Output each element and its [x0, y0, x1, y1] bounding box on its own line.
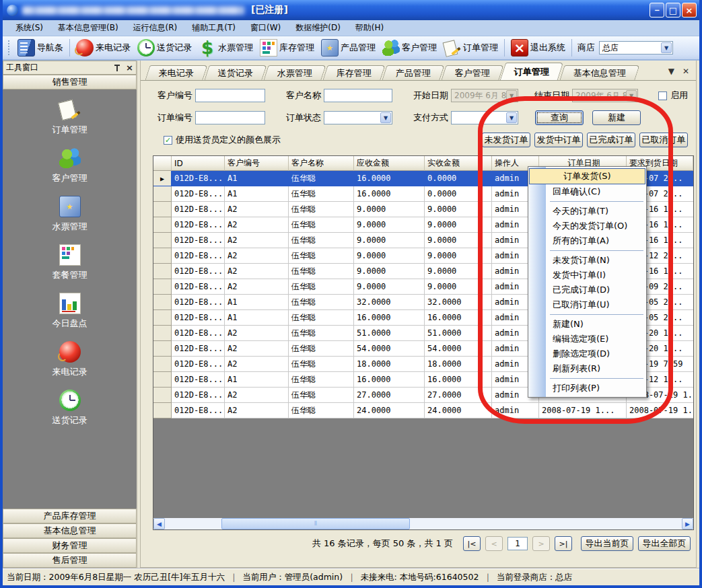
context-menu-item[interactable]: 订单发货(S) [529, 168, 645, 184]
query-button[interactable]: 查询 [535, 110, 584, 125]
customer-no-input[interactable] [195, 89, 265, 102]
menubar-item[interactable]: 数据维护(D) [288, 20, 348, 36]
order-status-filter-button[interactable]: 已取消订单 [639, 133, 688, 147]
context-menu-item[interactable]: 新建(N) [528, 317, 646, 332]
context-menu-item[interactable]: 已取消订单(U) [528, 297, 646, 312]
context-menu-item[interactable]: 未发货订单(N) [528, 253, 646, 268]
toolbar-button[interactable]: 产品管理 [318, 38, 379, 58]
row-selector[interactable] [153, 202, 172, 217]
menubar-item[interactable]: 辅助工具(T) [184, 20, 243, 36]
tab[interactable]: 客户管理 [441, 65, 503, 80]
order-status-filter-button[interactable]: 发货中订单 [534, 133, 583, 147]
row-selector[interactable] [153, 295, 172, 310]
sidebar-item[interactable]: 水票管理 [52, 196, 87, 233]
context-menu-item[interactable]: 所有的订单(A) [528, 233, 646, 248]
toolbar-button[interactable]: 订单管理 [440, 38, 501, 58]
tab-scroll-down-icon[interactable]: ▼ [668, 67, 674, 76]
menubar-item[interactable]: 运行信息(R) [126, 20, 185, 36]
menubar-item[interactable]: 窗口(W) [243, 20, 288, 36]
row-selector[interactable] [153, 217, 172, 233]
sidebar-item[interactable]: 客户管理 [52, 147, 87, 184]
page-number-input[interactable]: 1 [507, 537, 528, 550]
row-selector[interactable] [153, 403, 172, 418]
toolbar-button-exit[interactable]: 退出系统 [507, 38, 569, 58]
toolbar-button[interactable]: 送货记录 [134, 38, 195, 58]
toolbar-button[interactable]: 水票管理 [195, 38, 256, 58]
row-selector[interactable] [153, 248, 172, 264]
tab[interactable]: 库存管理 [322, 65, 385, 80]
row-selector[interactable] [153, 357, 172, 372]
context-menu-item[interactable]: 编辑选定项(E) [528, 332, 646, 346]
horizontal-scrollbar[interactable]: ◀ ▶ [153, 518, 693, 529]
sidebar-section-sales[interactable]: 销售管理 [3, 75, 137, 89]
next-page-button[interactable]: > [532, 536, 550, 551]
export-current-page-button[interactable]: 导出当前页 [581, 536, 633, 551]
new-button[interactable]: 新建 [592, 110, 641, 125]
tab[interactable]: 产品管理 [382, 65, 444, 80]
context-menu-item[interactable]: 今天的发货订单(O) [528, 219, 646, 233]
row-selector[interactable] [153, 233, 172, 248]
tab[interactable]: 基本信息管理 [559, 65, 639, 80]
column-header[interactable]: 客户名称 [289, 156, 354, 171]
row-selector[interactable] [153, 279, 172, 295]
toolbar-grip[interactable] [7, 40, 12, 56]
context-menu-item[interactable]: 刷新列表(R) [528, 361, 646, 376]
close-icon[interactable]: × [126, 63, 133, 72]
toolbar-button[interactable]: 来电记录 [73, 38, 134, 58]
order-status-filter-button[interactable]: 已完成订单 [587, 133, 635, 147]
context-menu-item[interactable]: 今天的订单(T) [528, 204, 646, 219]
prev-page-button[interactable]: < [485, 536, 503, 551]
sidebar-section[interactable]: 财务管理 [3, 538, 137, 553]
row-selector[interactable] [153, 388, 172, 403]
sidebar-item[interactable]: 来电记录 [52, 341, 87, 378]
column-header[interactable]: ID [172, 156, 225, 171]
chevron-down-icon[interactable]: ▼ [626, 90, 637, 101]
toolbar-button[interactable]: 客户管理 [379, 38, 440, 58]
row-selector[interactable] [153, 372, 172, 388]
close-button[interactable]: × [682, 3, 697, 17]
column-header[interactable]: 实收金额 [425, 156, 492, 171]
row-selector[interactable] [153, 264, 172, 279]
table-row[interactable]: 012D-E8... A2 伍华聪 24.0000 24.0000 admin … [153, 403, 693, 418]
menubar-item[interactable]: 基本信息管理(B) [50, 20, 126, 36]
order-no-input[interactable] [195, 111, 265, 124]
minimize-button[interactable]: － [650, 3, 664, 17]
scroll-left-icon[interactable]: ◀ [153, 518, 165, 529]
row-selector[interactable] [153, 326, 172, 341]
pay-method-select[interactable]: ▼ [451, 111, 518, 124]
scrollbar-thumb[interactable] [221, 518, 410, 529]
chevron-down-icon[interactable]: ▼ [506, 112, 517, 123]
enable-checkbox[interactable]: 启用 [658, 89, 688, 102]
row-selector[interactable] [153, 186, 172, 202]
column-header[interactable]: 应收金额 [354, 156, 425, 171]
sidebar-item[interactable]: 套餐管理 [52, 244, 87, 281]
context-menu-item[interactable]: 已完成订单(D) [528, 283, 646, 297]
customer-name-input[interactable] [324, 89, 392, 102]
sidebar-item[interactable]: 送货记录 [52, 390, 87, 427]
column-header[interactable]: 客户编号 [225, 156, 289, 171]
context-menu-item[interactable]: 删除选定项(D) [528, 346, 646, 361]
tab[interactable]: 送货记录 [204, 65, 267, 80]
last-page-button[interactable]: >| [555, 536, 572, 551]
sidebar-section[interactable]: 产品库存管理 [3, 509, 137, 523]
context-menu-item[interactable]: 打印列表(P) [528, 381, 646, 396]
shop-select[interactable]: 总店 ▼ [599, 41, 673, 54]
tab-close-icon[interactable]: ✕ [682, 67, 689, 76]
sidebar-section[interactable]: 售后管理 [3, 553, 137, 568]
row-selector[interactable] [153, 171, 172, 186]
menubar-item[interactable]: 系统(S) [8, 20, 50, 36]
sidebar-item[interactable]: 今日盘点 [52, 293, 87, 330]
order-status-select[interactable]: ▼ [324, 111, 392, 124]
tab[interactable]: 订单管理 [500, 63, 563, 80]
scroll-right-icon[interactable]: ▶ [682, 518, 693, 529]
context-menu-item[interactable]: 发货中订单(I) [528, 268, 646, 283]
menubar-item[interactable]: 帮助(H) [348, 20, 391, 36]
maximize-button[interactable]: □ [666, 3, 680, 17]
first-page-button[interactable]: |< [463, 536, 481, 551]
sidebar-section[interactable]: 基本信息管理 [3, 523, 137, 538]
row-selector[interactable] [153, 310, 172, 326]
row-selector[interactable] [153, 341, 172, 357]
order-status-filter-button[interactable]: 未发货订单 [482, 133, 530, 147]
tab[interactable]: 水票管理 [263, 65, 326, 80]
chevron-down-icon[interactable]: ▼ [506, 90, 517, 101]
